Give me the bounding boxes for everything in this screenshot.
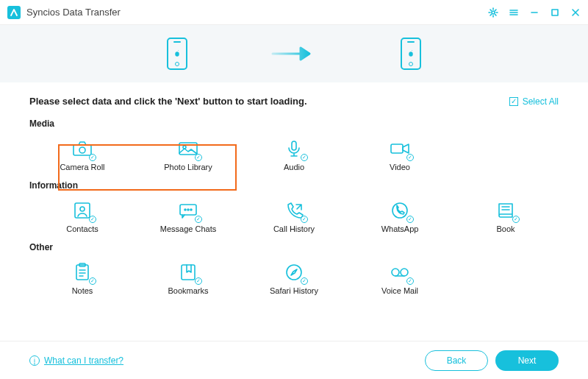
svg-point-14 — [392, 203, 407, 218]
info-icon: i — [29, 355, 40, 366]
item-label: Camera Roll — [60, 163, 104, 171]
svg-point-13 — [190, 209, 192, 210]
item-notes[interactable]: Notes — [29, 258, 135, 300]
item-label: Photo Library — [164, 163, 212, 171]
svg-point-0 — [492, 11, 495, 14]
svg-rect-1 — [552, 10, 558, 15]
titlebar: Syncios Data Transfer — [0, 0, 588, 25]
item-photo-library[interactable]: Photo Library — [135, 135, 241, 176]
arrow-right-icon — [268, 45, 320, 63]
section-other-label: Other — [29, 242, 559, 252]
source-phone-icon — [167, 38, 187, 70]
svg-rect-6 — [292, 141, 296, 150]
svg-rect-8 — [75, 203, 90, 218]
item-book[interactable]: Book — [453, 196, 559, 238]
item-label: Safari History — [270, 286, 318, 295]
minimize-icon[interactable] — [529, 7, 539, 18]
item-audio[interactable]: Audio — [241, 135, 347, 176]
svg-rect-7 — [391, 144, 403, 153]
target-phone-icon — [401, 38, 421, 70]
svg-point-12 — [187, 209, 189, 210]
instruction-text: Please select data and click the 'Next' … — [29, 96, 307, 107]
item-label: Voice Mail — [381, 286, 418, 295]
select-all-toggle[interactable]: Select All — [509, 96, 559, 107]
item-label: Contacts — [66, 224, 98, 233]
item-camera-roll[interactable]: Camera Roll — [29, 135, 135, 176]
select-all-label: Select All — [523, 96, 559, 107]
svg-rect-15 — [76, 265, 88, 280]
other-grid: Notes Bookmarks Safari History Voice Mai… — [29, 258, 559, 300]
select-all-checkbox[interactable] — [509, 97, 518, 106]
transfer-banner — [0, 25, 588, 82]
settings-icon[interactable] — [488, 7, 498, 18]
menu-icon[interactable] — [509, 7, 519, 18]
help-link[interactable]: i What can I transfer? — [29, 355, 123, 366]
next-button[interactable]: Next — [495, 350, 559, 371]
item-label: Video — [390, 163, 410, 171]
help-link-text: What can I transfer? — [44, 355, 123, 366]
item-label: Notes — [72, 286, 93, 295]
svg-point-9 — [80, 207, 85, 211]
app-logo — [7, 6, 21, 19]
item-contacts[interactable]: Contacts — [29, 196, 135, 238]
item-bookmarks[interactable]: Bookmarks — [135, 258, 241, 300]
close-icon[interactable] — [570, 7, 581, 18]
back-button[interactable]: Back — [425, 350, 488, 371]
maximize-icon[interactable] — [550, 7, 560, 18]
media-grid: Camera Roll Photo Library Audio Video — [29, 135, 559, 176]
item-message-chats[interactable]: Message Chats — [135, 196, 241, 238]
svg-point-18 — [287, 265, 301, 280]
svg-point-3 — [79, 147, 85, 153]
footer: i What can I transfer? Back Next — [0, 341, 588, 379]
svg-point-19 — [392, 269, 399, 276]
item-call-history[interactable]: Call History — [241, 196, 347, 238]
svg-rect-17 — [182, 265, 195, 280]
item-label: Message Chats — [160, 224, 216, 233]
item-label: Call History — [273, 224, 315, 233]
information-grid: Contacts Message Chats Call History What… — [29, 196, 559, 238]
svg-rect-4 — [179, 143, 197, 155]
item-label: Audio — [284, 163, 304, 171]
item-label: WhatsApp — [381, 224, 419, 233]
content-area: Please select data and click the 'Next' … — [0, 82, 588, 300]
item-whatsapp[interactable]: WhatsApp — [347, 196, 453, 238]
item-video[interactable]: Video — [347, 135, 453, 176]
item-voice-mail[interactable]: Voice Mail — [347, 258, 453, 300]
svg-point-20 — [401, 269, 408, 276]
item-safari-history[interactable]: Safari History — [241, 258, 347, 300]
svg-rect-2 — [74, 145, 91, 155]
item-label: Book — [496, 224, 514, 233]
app-title: Syncios Data Transfer — [26, 7, 488, 18]
svg-point-11 — [184, 209, 186, 210]
section-information-label: Information — [29, 180, 559, 191]
item-label: Bookmarks — [168, 286, 208, 295]
section-media-label: Media — [29, 118, 559, 129]
